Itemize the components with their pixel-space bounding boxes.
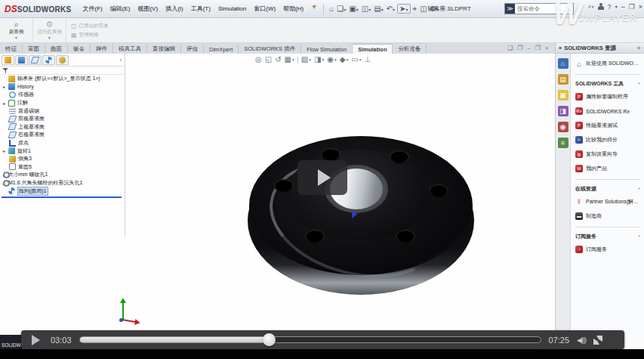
login-user-icon[interactable] — [598, 3, 604, 10]
counterbore-hole[interactable] — [305, 230, 325, 243]
tab-feature-tree-icon[interactable] — [2, 55, 14, 65]
display-style-icon[interactable]: ▧▾ — [301, 55, 311, 63]
tree-item-sensors[interactable]: 传感器 — [0, 91, 125, 99]
previous-view-icon[interactable]: ↺ — [275, 55, 281, 63]
performance-benchmark-link[interactable]: P 性能基准测试 — [575, 122, 641, 129]
tree-item-history[interactable]: ▸ History — [0, 83, 125, 91]
print-icon[interactable]: ▤▾ — [373, 4, 384, 14]
tab-weldments[interactable]: 焊件 — [91, 44, 113, 54]
tree-item-origin[interactable]: 原点 — [0, 139, 125, 147]
expand-arrow-icon[interactable]: ▸ — [3, 148, 8, 153]
pane-pin-icon[interactable]: ✛ — [636, 45, 641, 51]
tree-item-right-plane[interactable]: 右视基准面 — [0, 131, 125, 139]
normal-to-icon[interactable]: ⊥ — [364, 55, 371, 63]
tabs-overflow-icon[interactable]: › — [120, 57, 123, 63]
tree-root[interactable]: 轴承座 (默认<<默认>_显示状态 1>) — [0, 75, 125, 83]
tab-evaluate[interactable]: 评估 — [181, 44, 204, 54]
new-study-button[interactable]: ⌕ 新算例 ▾ — [0, 18, 33, 42]
tab-configuration-icon[interactable] — [29, 55, 42, 65]
file-explorer-tab-icon[interactable]: ▣ — [558, 90, 569, 101]
tree-item-sketch5[interactable]: 草图5 — [0, 163, 125, 172]
simplified-bodies-button[interactable]: ◫ 已简化的实体 — [71, 23, 109, 29]
tab-dimxpert[interactable]: DimXpert — [204, 45, 239, 54]
seek-bar[interactable] — [79, 336, 541, 343]
solidworks-rx-link[interactable]: Rx SOLIDWORKS Rx — [575, 107, 641, 115]
tab-analysis-prep[interactable]: 分析准备 — [393, 44, 427, 54]
tree-item-tapped-hole[interactable]: ▸ 大小mm 螺纹孔1 — [0, 171, 125, 179]
manufacturers-link[interactable]: ▬ 制造商 — [575, 212, 641, 220]
volume-icon[interactable]: ◀))) — [577, 336, 586, 344]
tree-item-material[interactable]: 普通碳钢 — [0, 107, 125, 115]
expand-arrow-icon[interactable]: ▸ — [3, 84, 8, 89]
tree-item-top-plane[interactable]: 上视基准面 — [0, 123, 125, 132]
restore-button[interactable]: ❐ — [629, 3, 635, 11]
subscription-service-link[interactable]: ◔ 订阅服务 — [575, 246, 641, 253]
fullscreen-icon[interactable] — [593, 336, 602, 345]
tree-item-annotations[interactable]: ▸ 注解 — [0, 99, 125, 107]
run-study-button[interactable]: ⚙ 运行此算例 ▾ — [33, 18, 66, 42]
pin-menu-icon[interactable] — [312, 5, 319, 12]
manage-mesh-button[interactable]: ▦ 管理网格 — [71, 32, 109, 39]
section-view-icon[interactable]: ▦▾ — [285, 55, 294, 63]
doc-close-icon[interactable]: × — [545, 45, 549, 51]
property-tab-builder-link[interactable]: P 属性标签编制程序 — [575, 93, 641, 101]
minimize-button[interactable]: – — [621, 3, 625, 11]
tab-simulation[interactable]: Simulation — [353, 44, 393, 54]
search-scope-icon[interactable]: ≫ — [505, 4, 515, 14]
counterbore-hole[interactable] — [390, 150, 409, 164]
expand-arrow-icon[interactable]: ▸ — [3, 101, 8, 106]
help-caret-icon[interactable]: ▾ — [615, 4, 618, 9]
seek-handle[interactable] — [263, 333, 276, 346]
my-products-link[interactable]: M 我的产品 — [575, 165, 641, 172]
menu-simulation[interactable]: Simulation — [214, 4, 250, 14]
tab-sheet-metal[interactable]: 钣金 — [68, 44, 91, 54]
tab-flow-simulation[interactable]: Flow Simulation — [301, 45, 353, 54]
collapse-section-icon[interactable]: ⌃ — [637, 82, 641, 87]
view-orientation-icon[interactable]: ▭▾ — [351, 55, 361, 63]
menu-window[interactable]: 窗口(W) — [250, 3, 279, 14]
menu-insert[interactable]: 插入(I) — [162, 3, 187, 14]
menu-help[interactable]: 帮助(H) — [279, 3, 307, 14]
design-library-tab-icon[interactable]: ▤ — [558, 74, 569, 85]
tab-display-manager-icon[interactable] — [56, 55, 69, 65]
section-sw-tools[interactable]: SOLIDWORKS 工具 ⌃ — [575, 74, 641, 88]
tab-features[interactable]: 特征 — [0, 44, 23, 54]
appearance-icon[interactable]: ◉▾ — [327, 55, 337, 63]
compare-scores-link[interactable]: ≈ 比较我的得分 — [575, 136, 641, 144]
collapse-section-icon[interactable]: ⌃ — [637, 234, 641, 240]
close-button[interactable]: × — [639, 3, 642, 11]
tab-sketch[interactable]: 草图 — [23, 44, 45, 54]
tab-property-manager-icon[interactable] — [15, 55, 28, 65]
counterbore-hole[interactable] — [429, 184, 448, 198]
new-document-icon[interactable]: ❏▾ — [336, 4, 347, 14]
appearances-tab-icon[interactable]: ◉ — [558, 122, 569, 132]
scene-icon[interactable]: ◆▾ — [340, 55, 348, 63]
doc-minimize-icon[interactable]: – — [527, 45, 530, 51]
doc-icon-2[interactable]: ❐ — [517, 45, 522, 51]
counterbore-hole[interactable] — [396, 230, 415, 243]
tab-surfaces[interactable]: 曲面 — [45, 44, 68, 54]
home-icon[interactable]: ⌂ — [328, 4, 334, 14]
view-palette-tab-icon[interactable]: ◨ — [558, 106, 569, 116]
zoom-area-icon[interactable]: ◱ — [265, 55, 272, 63]
custom-properties-tab-icon[interactable]: ≡ — [558, 138, 569, 148]
menu-view[interactable]: 视图(V) — [134, 3, 162, 14]
command-search-input[interactable]: ≫ 搜索命令 — [504, 3, 574, 14]
zoom-fit-icon[interactable]: ◎ — [255, 55, 262, 63]
tree-item-chamfer3[interactable]: 倒角3 — [0, 155, 125, 163]
copy-settings-wizard-link[interactable]: ⚙ 复制设置向导 — [575, 150, 641, 158]
tab-sw-addins[interactable]: SOLIDWORKS 插件 — [239, 44, 301, 54]
save-icon[interactable]: ◫▾ — [361, 4, 371, 14]
hide-show-icon[interactable]: ◨▾ — [314, 55, 324, 63]
tree-item-circular-pattern[interactable]: 阵列(圆周)1 — [0, 187, 125, 195]
doc-icon-1[interactable]: ❏ — [507, 45, 513, 51]
tab-direct-editing[interactable]: 直接编辑 — [147, 44, 181, 54]
rollback-bar[interactable] — [2, 197, 122, 198]
tree-item-front-plane[interactable]: 前视基准面 — [0, 115, 125, 123]
partner-solutions-link[interactable]: ✌ Partner Solutions(解决方案) — [575, 198, 641, 206]
collapse-section-icon[interactable]: ⌃ — [637, 187, 641, 192]
menu-file[interactable]: 文件(F) — [79, 3, 106, 14]
counterbore-hole[interactable] — [274, 179, 294, 193]
search-magnifier-icon[interactable]: ⌕▾ — [588, 2, 594, 11]
tab-dimxpert-manager-icon[interactable] — [42, 55, 55, 65]
